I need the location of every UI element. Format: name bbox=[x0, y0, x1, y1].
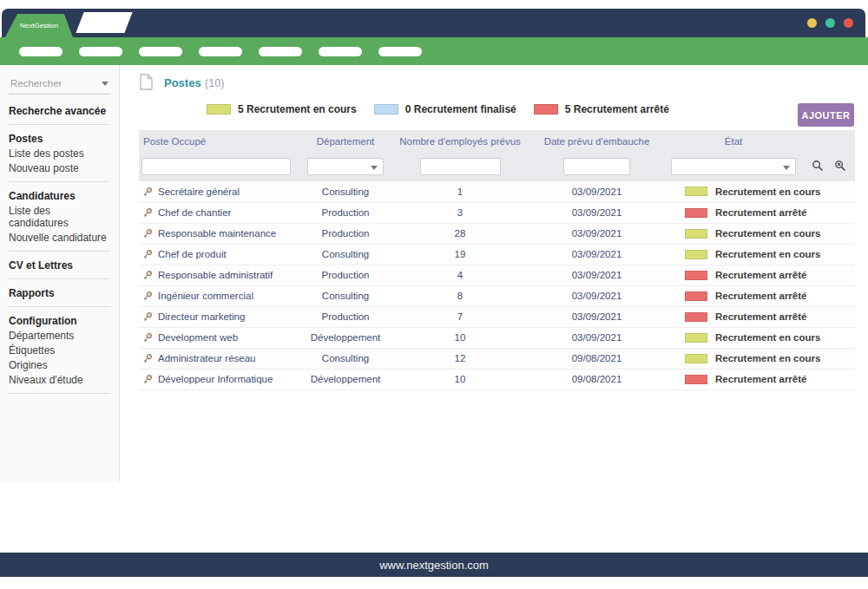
sidebar-item-cv-et-lettres[interactable]: CV et Lettres bbox=[9, 258, 110, 272]
nav-pill[interactable] bbox=[79, 47, 122, 56]
filter-etat-select[interactable] bbox=[671, 158, 796, 175]
nav-pill[interactable] bbox=[259, 47, 302, 56]
sidebar-item-postes[interactable]: Postes bbox=[9, 131, 110, 146]
status-badge: Recrutement en cours bbox=[715, 187, 820, 197]
sidebar-item-rapports[interactable]: Rapports bbox=[9, 285, 110, 300]
filter-employes-input[interactable] bbox=[420, 158, 501, 175]
legend-item: 5 Recrutement en cours bbox=[207, 103, 357, 115]
status-badge: Recrutement arrêté bbox=[715, 270, 806, 280]
status-swatch bbox=[685, 229, 707, 239]
legend-swatch bbox=[207, 104, 231, 115]
poste-title-cell[interactable]: Responsable maintenance bbox=[139, 223, 300, 244]
nav-pill[interactable] bbox=[199, 47, 242, 56]
legend-item: 5 Recrutement arrêté bbox=[534, 103, 669, 115]
filter-departement-select[interactable] bbox=[307, 158, 384, 175]
poste-title-cell[interactable]: Chef de chantier bbox=[139, 202, 300, 223]
document-icon bbox=[140, 74, 153, 90]
window-control-minimize-icon[interactable] bbox=[807, 18, 817, 28]
poste-title-cell[interactable]: Développeur Informatique bbox=[139, 369, 300, 389]
search-button[interactable] bbox=[808, 160, 827, 174]
table-row: Directeur marketingProduction703/09/2021… bbox=[139, 306, 855, 327]
date-cell: 03/09/2021 bbox=[529, 223, 664, 244]
poste-title-cell[interactable]: Development web bbox=[139, 327, 300, 348]
sidebar-divider bbox=[9, 393, 110, 394]
date-cell: 03/09/2021 bbox=[529, 202, 664, 223]
date-cell: 09/08/2021 bbox=[529, 369, 664, 389]
sidebar-item-recherche-avancee[interactable]: Recherche avancée bbox=[9, 103, 110, 118]
nav-pill[interactable] bbox=[319, 47, 362, 56]
departement-cell: Production bbox=[300, 306, 391, 327]
key-icon bbox=[142, 353, 153, 363]
status-badge: Recrutement arrêté bbox=[715, 374, 806, 384]
status-badge: Recrutement en cours bbox=[715, 249, 820, 259]
sidebar-item-candidatures[interactable]: Candidatures bbox=[9, 188, 110, 203]
departement-cell: Production bbox=[300, 265, 391, 285]
key-icon bbox=[142, 249, 153, 259]
postes-table: Poste Occupé Département Nombre d'employ… bbox=[139, 130, 855, 390]
window-control-close-icon[interactable] bbox=[844, 18, 853, 28]
departement-cell: Développement bbox=[300, 369, 391, 389]
poste-title-cell[interactable]: Secrétaire général bbox=[139, 181, 300, 202]
brand-name: NextGestion bbox=[20, 22, 58, 29]
key-icon bbox=[142, 311, 153, 322]
date-cell: 03/09/2021 bbox=[529, 244, 664, 265]
column-header-date[interactable]: Date prévu d'embauche bbox=[529, 130, 664, 152]
sidebar-item-nouveau-poste[interactable]: Nouveau poste bbox=[9, 160, 110, 175]
sidebar-divider bbox=[9, 278, 110, 279]
table-row: Chef de produitConsulting1903/09/2021Rec… bbox=[139, 244, 855, 265]
poste-title-cell[interactable]: Chef de produit bbox=[139, 244, 300, 265]
employes-cell: 28 bbox=[391, 223, 529, 244]
sidebar-item-niveaux-detude[interactable]: Niveaux d'étude bbox=[9, 372, 110, 387]
sidebar-search-placeholder: Rechercher bbox=[10, 78, 62, 88]
page-title-count: (10) bbox=[205, 77, 224, 89]
etat-cell: Recrutement en cours bbox=[664, 223, 803, 244]
poste-title-cell[interactable]: Administrateur réseau bbox=[139, 348, 300, 369]
poste-title-cell[interactable]: Responsable administratif bbox=[139, 265, 300, 285]
filter-date-input[interactable] bbox=[563, 158, 630, 175]
brand-tab[interactable]: NextGestion bbox=[5, 14, 73, 37]
add-button[interactable]: AJOUTER bbox=[798, 103, 854, 127]
employes-cell: 10 bbox=[391, 369, 529, 389]
sidebar-item-liste-des-candidatures[interactable]: Liste des candidatures bbox=[9, 203, 110, 230]
date-cell: 03/09/2021 bbox=[529, 265, 664, 285]
nav-pill[interactable] bbox=[378, 47, 422, 56]
column-header-etat[interactable]: État bbox=[664, 130, 803, 152]
sidebar-item-configuration[interactable]: Configuration bbox=[9, 313, 110, 328]
sidebar-item-departements[interactable]: Départements bbox=[9, 328, 110, 343]
column-header-poste[interactable]: Poste Occupé bbox=[139, 130, 300, 152]
status-badge: Recrutement en cours bbox=[715, 332, 820, 343]
column-header-departement[interactable]: Département bbox=[300, 130, 391, 152]
sidebar-item-origines[interactable]: Origines bbox=[9, 357, 110, 372]
column-header-employes[interactable]: Nombre d'employés prévus bbox=[391, 130, 529, 152]
status-legend: 5 Recrutement en cours0 Recrutement fina… bbox=[207, 103, 669, 115]
sidebar-item-liste-des-postes[interactable]: Liste des postes bbox=[9, 146, 110, 160]
window-controls bbox=[807, 18, 853, 28]
etat-cell: Recrutement arrêté bbox=[664, 369, 803, 389]
key-icon bbox=[142, 270, 153, 280]
poste-title-cell[interactable]: Directeur marketing bbox=[139, 306, 300, 327]
key-icon bbox=[142, 228, 153, 239]
date-cell: 03/09/2021 bbox=[529, 306, 664, 327]
clear-search-button[interactable] bbox=[831, 160, 850, 174]
clear-search-icon bbox=[834, 160, 846, 172]
sidebar-item-nouvelle-candidature[interactable]: Nouvelle candidature bbox=[9, 230, 110, 245]
nav-pill[interactable] bbox=[19, 47, 62, 56]
filter-poste-input[interactable] bbox=[141, 158, 291, 175]
sidebar-divider bbox=[9, 306, 110, 307]
sidebar-menu: Recherche avancéePostesListe des postesN… bbox=[9, 103, 110, 394]
nav-pill[interactable] bbox=[139, 47, 182, 56]
departement-cell: Développement bbox=[300, 327, 391, 348]
sidebar-search-select[interactable]: Rechercher bbox=[9, 75, 110, 95]
footer-url: www.nextgestion.com bbox=[379, 559, 489, 572]
etat-cell: Recrutement arrêté bbox=[664, 285, 803, 306]
key-icon bbox=[142, 332, 153, 343]
poste-title-cell[interactable]: Ingénieur commercial bbox=[139, 285, 300, 306]
browser-tab[interactable] bbox=[76, 12, 132, 33]
page-title: Postes bbox=[164, 76, 201, 89]
table-row: Ingénieur commercialConsulting803/09/202… bbox=[139, 285, 855, 306]
status-swatch bbox=[685, 208, 707, 218]
employes-cell: 8 bbox=[391, 285, 529, 306]
sidebar-item-etiquettes[interactable]: Étiquettes bbox=[9, 343, 110, 357]
window-control-maximize-icon[interactable] bbox=[825, 18, 835, 28]
chevron-down-icon bbox=[783, 166, 790, 170]
